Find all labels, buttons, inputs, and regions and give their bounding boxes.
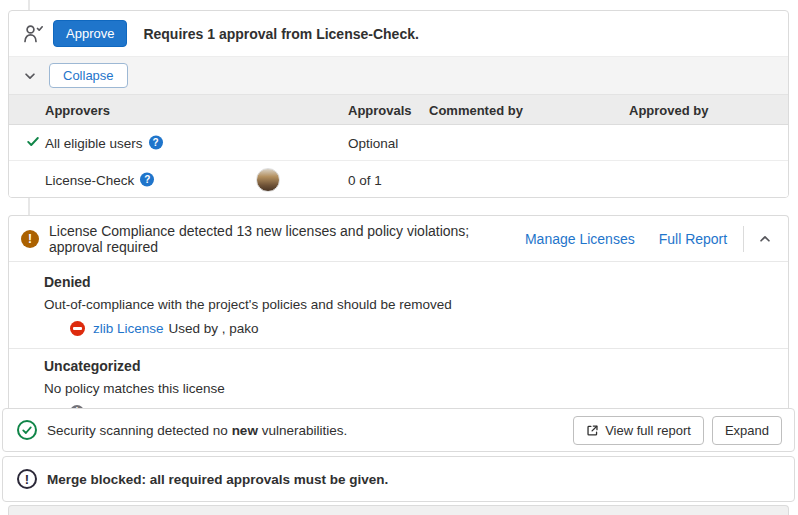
security-text-prefix: Security scanning detected no	[47, 423, 232, 438]
expand-button[interactable]: Expand	[712, 416, 782, 445]
timeline-line	[28, 198, 30, 215]
external-link-icon	[586, 424, 599, 437]
approvers-table-header: Approvers Approvals Commented by Approve…	[9, 95, 788, 125]
merge-request-widget: Approve Requires 1 approval from License…	[0, 0, 798, 515]
approval-requirement-text: Requires 1 approval from License-Check.	[143, 26, 418, 42]
next-section-strip	[8, 505, 789, 515]
manage-licenses-link[interactable]: Manage Licenses	[525, 231, 635, 247]
security-summary-text: Security scanning detected no new vulner…	[47, 423, 573, 438]
denied-section-description: Out-of-compliance with the project's pol…	[44, 297, 773, 312]
used-by-text: Used by , pako	[169, 321, 259, 336]
divider	[743, 226, 744, 252]
help-icon[interactable]: ?	[149, 136, 163, 150]
help-icon[interactable]: ?	[140, 173, 154, 187]
merge-blocked-text: Merge blocked: all required approvals mu…	[47, 472, 388, 487]
chevron-up-icon[interactable]	[756, 230, 774, 248]
collapse-button[interactable]: Collapse	[49, 63, 128, 88]
avatar	[256, 168, 280, 192]
approve-button[interactable]: Approve	[53, 20, 127, 47]
security-text-suffix: vulnerabilities.	[258, 423, 347, 438]
list-item: i BSD 3-Clause "New" or "Revised" Licens…	[44, 401, 773, 408]
full-report-link[interactable]: Full Report	[659, 231, 727, 247]
license-summary-text: License Compliance detected 13 new licen…	[49, 223, 501, 255]
divider	[9, 348, 788, 349]
license-report-body: Denied Out-of-compliance with the projec…	[9, 262, 788, 408]
header-commented-by: Commented by	[429, 102, 523, 117]
chevron-down-icon[interactable]	[21, 67, 39, 85]
merge-blocked-widget: ! Merge blocked: all required approvals …	[2, 456, 795, 502]
approval-widget: Approve Requires 1 approval from License…	[8, 10, 789, 198]
security-text-bold: new	[232, 423, 258, 438]
uncategorized-section-title: Uncategorized	[44, 358, 773, 374]
table-row: License-Check ? 0 of 1	[9, 161, 788, 198]
user-check-icon	[21, 22, 45, 46]
license-compliance-widget: ! License Compliance detected 13 new lic…	[8, 215, 789, 408]
header-approvals: Approvals	[348, 102, 412, 117]
warning-icon: !	[21, 230, 39, 248]
view-full-report-button[interactable]: View full report	[573, 416, 704, 445]
denied-icon	[70, 321, 85, 336]
view-full-report-label: View full report	[605, 423, 691, 438]
approvals-value: 0 of 1	[348, 172, 382, 187]
exclamation-circle-icon: !	[17, 469, 37, 489]
approver-rule-name: All eligible users	[45, 135, 143, 150]
denied-section-title: Denied	[44, 274, 773, 290]
header-approved-by: Approved by	[629, 102, 708, 117]
license-link[interactable]: zlib License	[93, 321, 164, 336]
table-row: All eligible users ? Optional	[9, 125, 788, 161]
approver-rule-name: License-Check	[45, 172, 134, 187]
check-icon	[26, 134, 40, 151]
list-item: zlib License Used by , pako	[44, 317, 773, 339]
uncategorized-section-description: No policy matches this license	[44, 381, 773, 396]
approvals-value: Optional	[348, 135, 398, 150]
timeline-line	[28, 0, 30, 10]
header-approvers: Approvers	[45, 102, 110, 117]
collapse-row: Collapse	[9, 57, 788, 95]
approve-row: Approve Requires 1 approval from License…	[9, 11, 788, 57]
success-check-icon	[17, 420, 37, 440]
security-scanning-widget: Security scanning detected no new vulner…	[2, 408, 795, 452]
license-compliance-header: ! License Compliance detected 13 new lic…	[9, 216, 788, 262]
